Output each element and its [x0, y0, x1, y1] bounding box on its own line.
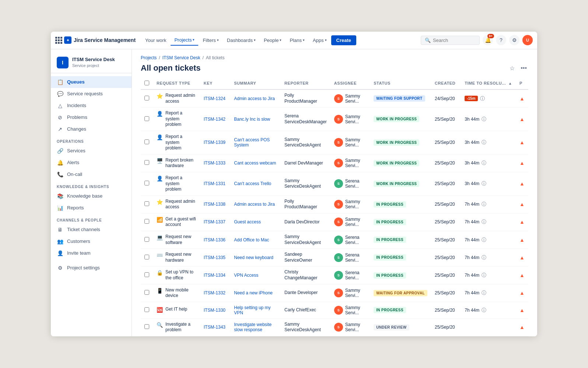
star-button[interactable]: ☆ [508, 63, 516, 73]
summary-link-0[interactable]: Admin access to Jira [234, 96, 275, 101]
row-checkbox-9[interactable] [144, 272, 149, 277]
breadcrumb-projects[interactable]: Projects [141, 55, 157, 60]
nav-plans[interactable]: Plans ▾ [286, 35, 308, 45]
sidebar-item-knowledge-base[interactable]: 📚 Knowledge base [51, 190, 132, 202]
summary-link-2[interactable]: Can't access POS System [234, 137, 270, 148]
summary-link-1[interactable]: Banc.ly Inc is slow [234, 117, 270, 122]
breadcrumb-itsm[interactable]: ITSM Service Desk [162, 55, 200, 60]
table-wrapper: Request Type Key Summary Reporter Assign… [132, 78, 537, 336]
col-time-header[interactable]: Time to resolu... ▲ [461, 78, 516, 89]
row-checkbox-5[interactable] [144, 201, 149, 206]
customers-icon: 👥 [57, 238, 63, 245]
sidebar-item-incidents[interactable]: △ Incidents [51, 100, 132, 112]
row-checkbox-11[interactable] [144, 307, 149, 312]
notifications-button[interactable]: 🔔 9+ [483, 35, 493, 45]
page-actions: ☆ ••• [508, 63, 528, 73]
row-checkbox-4[interactable] [144, 181, 149, 185]
summary-link-11[interactable]: Help setting up my VPN [234, 305, 270, 315]
summary-link-7[interactable]: Add Office to Mac [234, 237, 269, 243]
sidebar-item-project-settings[interactable]: ⚙ Project settings [51, 262, 132, 274]
summary-link-12[interactable]: Investigate website slow response [234, 322, 272, 332]
row-checkbox-8[interactable] [144, 255, 149, 259]
key-link-0[interactable]: ITSM-1324 [204, 96, 225, 101]
key-link-6[interactable]: ITSM-1337 [204, 219, 225, 224]
summary-link-4[interactable]: Can't access Trello [234, 181, 271, 186]
create-button[interactable]: Create [331, 35, 356, 45]
time-value-8: 7h 44m [465, 255, 479, 260]
assignee-avatar-11: S [334, 306, 343, 315]
rt-label-6: Get a guest wifi account [165, 216, 196, 228]
summary-link-9[interactable]: VPN Access [234, 273, 258, 278]
row-summary-12: Investigate website slow response [230, 318, 281, 336]
nav-apps[interactable]: Apps ▾ [309, 35, 330, 45]
sidebar-item-queues[interactable]: 📋 Queues [51, 76, 132, 88]
row-checkbox-6[interactable] [144, 219, 149, 224]
more-button[interactable]: ••• [519, 63, 528, 73]
sidebar-item-reports[interactable]: 📊 Reports [51, 202, 132, 214]
nav-dashboards[interactable]: Dashboards ▾ [223, 35, 259, 45]
key-link-9[interactable]: ITSM-1334 [204, 273, 225, 278]
assignee-avatar-0: S [334, 94, 343, 103]
settings-button[interactable]: ⚙ [509, 35, 519, 45]
row-checkbox-12[interactable] [144, 324, 149, 329]
summary-link-10[interactable]: Need a new iPhone [234, 290, 273, 296]
priority-up-icon-8: ▲ [519, 255, 525, 261]
knowledge-section-label: Knowledge & Insights [51, 180, 132, 190]
summary-link-8[interactable]: Need new keyboard [234, 255, 273, 260]
priority-up-icon-2: ▲ [519, 139, 525, 145]
nav-people[interactable]: People ▾ [260, 35, 285, 45]
key-link-3[interactable]: ITSM-1333 [204, 160, 225, 166]
main-layout: I ITSM Service Desk Service project 📋 Qu… [51, 49, 537, 336]
assignee-name-7: Serena Servi... [345, 235, 366, 245]
projects-caret: ▾ [193, 38, 195, 42]
sidebar-item-invite-team[interactable]: 👤 Invite team [51, 247, 132, 259]
sidebar-item-services[interactable]: 🔗 Services [51, 145, 132, 157]
nav-projects[interactable]: Projects ▾ [171, 35, 198, 46]
key-link-11[interactable]: ITSM-1330 [204, 308, 225, 313]
sidebar-item-customers[interactable]: 👥 Customers [51, 236, 132, 247]
row-checkbox-1[interactable] [144, 116, 149, 121]
nav-filters[interactable]: Filters ▾ [199, 35, 222, 45]
row-checkbox-7[interactable] [144, 237, 149, 242]
sidebar-item-oncall[interactable]: 📞 On-call [51, 169, 132, 180]
sidebar-item-alerts[interactable]: 🔔 Alerts [51, 157, 132, 169]
summary-link-6[interactable]: Guest access [234, 219, 261, 224]
row-checkbox-2[interactable] [144, 139, 149, 144]
table-body: ⭐ Request admin access ITSM-1324 Admin a… [141, 89, 528, 336]
key-link-12[interactable]: ITSM-1343 [204, 325, 225, 330]
summary-link-5[interactable]: Admin access to Jira [234, 202, 275, 207]
sidebar-item-problems[interactable]: ⊘ Problems [51, 112, 132, 123]
row-key-2: ITSM-1339 [200, 131, 231, 154]
key-link-2[interactable]: ITSM-1339 [204, 140, 225, 145]
sidebar-item-ticket-channels[interactable]: 🖥 Ticket channels [51, 224, 132, 236]
help-button[interactable]: ? [496, 35, 506, 45]
rt-label-3: Report broken hardware [165, 158, 196, 169]
content-area: Projects / ITSM Service Desk / All ticke… [132, 49, 537, 336]
key-link-1[interactable]: ITSM-1342 [204, 117, 225, 122]
time-value-5: 7h 44m [465, 202, 479, 207]
row-checkbox-10[interactable] [144, 290, 149, 295]
sidebar-item-service-requests[interactable]: 💬 Service requests [51, 88, 132, 100]
key-link-7[interactable]: ITSM-1336 [204, 237, 225, 243]
created-date-9: 25/Sep/20 [435, 273, 455, 278]
row-reporter-7: Sammy ServiceDeskAgent [281, 231, 330, 249]
summary-link-3[interactable]: Cant access webcam [234, 160, 276, 166]
row-check-3 [141, 154, 153, 172]
user-avatar-button[interactable]: U [522, 35, 533, 45]
select-all-checkbox[interactable] [144, 81, 149, 85]
row-status-0: WAITING FOR SUPPORT [370, 89, 431, 107]
knowledge-base-label: Knowledge base [67, 193, 102, 199]
sidebar-item-changes[interactable]: ↗ Changes [51, 123, 132, 135]
row-checkbox-0[interactable] [144, 96, 149, 100]
key-link-8[interactable]: ITSM-1335 [204, 255, 225, 260]
row-priority-8: ▲ [516, 249, 528, 266]
key-link-5[interactable]: ITSM-1338 [204, 202, 225, 207]
grid-icon[interactable] [55, 37, 62, 43]
key-link-4[interactable]: ITSM-1331 [204, 181, 225, 186]
service-requests-label: Service requests [67, 91, 103, 96]
search-input[interactable] [433, 38, 477, 43]
nav-your-work[interactable]: Your work [141, 35, 170, 45]
table-row: 👤 Report a system problem ITSM-1342 Banc… [141, 107, 528, 131]
key-link-10[interactable]: ITSM-1332 [204, 290, 225, 296]
row-checkbox-3[interactable] [144, 160, 149, 165]
